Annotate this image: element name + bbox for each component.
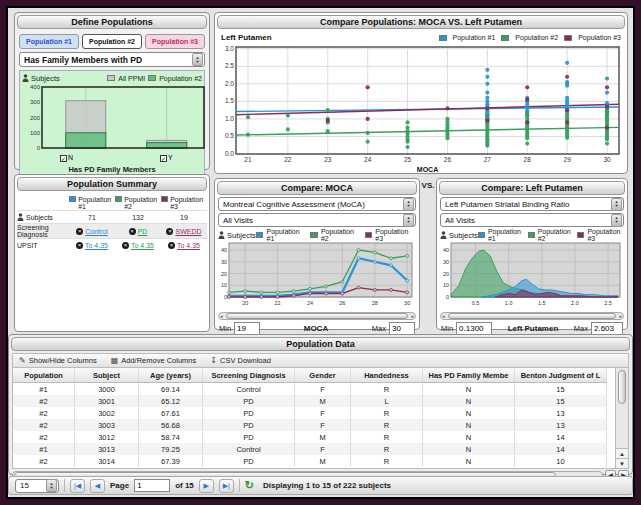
first-page-button[interactable]: |◀ bbox=[70, 479, 85, 493]
scatter-legend: Population #1 Population #2 Population #… bbox=[439, 34, 621, 41]
slider-thumb[interactable] bbox=[448, 313, 616, 319]
table-cell: R bbox=[351, 419, 423, 431]
remove-filter-control[interactable]: ×Control bbox=[76, 228, 108, 235]
compare-putamen-header: Compare: Left Putamen bbox=[439, 181, 625, 195]
svg-text:20: 20 bbox=[242, 300, 248, 306]
moca-measure-dropdown[interactable]: Montreal Cognitive Assessment (MoCA) ▲▼ bbox=[218, 197, 416, 211]
summary-column-headers: Population #1 Population #2 Population #… bbox=[17, 194, 207, 210]
define-populations-header: Define Populations bbox=[17, 15, 207, 29]
table-row[interactable]: #1301379.25ControlFRN141 bbox=[13, 443, 607, 455]
pop3-swatch bbox=[577, 232, 584, 238]
next-page-button[interactable]: ▶ bbox=[199, 479, 214, 493]
table-cell: N bbox=[423, 395, 515, 407]
vs-label: VS. bbox=[420, 178, 436, 330]
remove-filter-upsit-1[interactable]: ×To 4.35 bbox=[76, 242, 108, 249]
table-cell: 79.25 bbox=[139, 443, 203, 455]
table-cell: 14 bbox=[515, 443, 607, 455]
show-hide-columns-button[interactable]: ✎Show/Hide Columns bbox=[19, 356, 97, 365]
moca-visits-dropdown[interactable]: All Visits ▲▼ bbox=[218, 213, 416, 227]
scroll-up-icon[interactable]: ▲ bbox=[616, 448, 628, 458]
person-icon bbox=[440, 231, 447, 239]
svg-text:2.0: 2.0 bbox=[571, 300, 579, 306]
remove-filter-upsit-3[interactable]: ×To 4.35 bbox=[168, 242, 200, 249]
svg-text:24: 24 bbox=[364, 156, 372, 163]
putamen-range-slider[interactable]: ◂▸ bbox=[440, 312, 624, 320]
moca-measure-value: Montreal Cognitive Assessment (MoCA) bbox=[223, 200, 403, 209]
moca-range-slider[interactable]: ◂▸ bbox=[218, 312, 416, 320]
column-header[interactable]: Benton Judgment of L bbox=[515, 368, 607, 382]
table-cell: N bbox=[423, 443, 515, 455]
svg-text:26: 26 bbox=[444, 156, 452, 163]
stepper-icon: ▲▼ bbox=[611, 214, 622, 227]
refresh-icon[interactable]: ↻ bbox=[245, 479, 254, 492]
tab-population-3[interactable]: Population #3 bbox=[145, 34, 205, 49]
stepper-icon: ▲▼ bbox=[192, 53, 203, 66]
vertical-scrollbar-thumb[interactable] bbox=[618, 370, 626, 404]
column-header[interactable]: Population bbox=[13, 368, 75, 382]
add-remove-columns-button[interactable]: ▦Add/Remove Columns bbox=[111, 356, 197, 365]
table-cell: M bbox=[295, 455, 351, 467]
table-cell: 3012 bbox=[75, 431, 139, 443]
table-row[interactable]: #2301258.74PDMRN144 bbox=[13, 431, 607, 443]
column-header[interactable]: Handedness bbox=[351, 368, 423, 382]
bar-chart-legend: All PPMI Population #2 bbox=[107, 75, 202, 82]
table-row[interactable]: #2300165.12PDMLN150 bbox=[13, 395, 607, 407]
remove-icon: × bbox=[122, 242, 129, 249]
person-icon bbox=[17, 213, 24, 221]
tab-population-1[interactable]: Population #1 bbox=[19, 34, 79, 49]
column-header[interactable]: Has PD Family Membe bbox=[423, 368, 515, 382]
slider-right-cap-icon: ▸ bbox=[619, 312, 622, 320]
column-header[interactable]: Screening Diagnosis bbox=[203, 368, 295, 382]
page-label: Page bbox=[110, 481, 129, 490]
svg-text:30: 30 bbox=[603, 156, 611, 163]
remove-filter-swedd[interactable]: ×SWEDD bbox=[166, 228, 201, 235]
table-cell: #1 bbox=[13, 383, 75, 395]
subjects-axis-label: Subjects bbox=[22, 74, 60, 83]
table-row[interactable]: #2300267.61PDFRN132 bbox=[13, 407, 607, 419]
population-summary-header: Population Summary bbox=[17, 177, 207, 191]
summary-subjects-row: Subjects 71 132 19 bbox=[17, 210, 207, 223]
max-label: Max bbox=[574, 324, 588, 333]
putamen-measure-dropdown[interactable]: Left Putamen Striatal Binding Ratio ▲▼ bbox=[440, 197, 624, 211]
table-row[interactable]: #1300069.14ControlFRN153 bbox=[13, 383, 607, 395]
remove-filter-pd[interactable]: ×PD bbox=[129, 228, 148, 235]
checkbox-y[interactable]: ✓Y bbox=[160, 154, 173, 162]
putamen-measure-value: Left Putamen Striatal Binding Ratio bbox=[445, 200, 611, 209]
column-header[interactable]: Age (years) bbox=[139, 368, 203, 382]
vertical-scrollbar[interactable]: ▲ ▼ bbox=[615, 368, 628, 468]
table-cell: PD bbox=[203, 431, 295, 443]
population-data-table: PopulationSubjectAge (years)Screening Di… bbox=[12, 368, 629, 469]
table-row[interactable]: #2300356.68PDFRN131 bbox=[13, 419, 607, 431]
table-cell: N bbox=[423, 455, 515, 467]
min-label: Min bbox=[441, 324, 453, 333]
app-inner-border: Define Populations Population #1 Populat… bbox=[6, 6, 635, 499]
svg-text:28: 28 bbox=[524, 156, 532, 163]
table-cell: Control bbox=[203, 383, 295, 395]
column-header[interactable]: Gender bbox=[295, 368, 351, 382]
max-label: Max bbox=[372, 324, 386, 333]
moca-hist-legend: Population #1 Population #2 Population #… bbox=[256, 228, 416, 242]
checkbox-n[interactable]: ✓N bbox=[60, 154, 73, 162]
slider-thumb[interactable] bbox=[226, 313, 408, 319]
table-row[interactable]: #2301467.39PDMRN100 bbox=[13, 455, 607, 467]
table-cell: 58.74 bbox=[139, 431, 203, 443]
remove-filter-upsit-2[interactable]: ×To 4.35 bbox=[122, 242, 154, 249]
svg-text:3.0: 3.0 bbox=[225, 45, 234, 52]
page-number-input[interactable] bbox=[134, 479, 170, 492]
csv-download-button[interactable]: ↧CSV Download bbox=[210, 356, 271, 365]
putamen-visits-dropdown[interactable]: All Visits ▲▼ bbox=[440, 213, 624, 227]
summary-upsit-row: UPSIT ×To 4.35 ×To 4.35 ×To 4.35 bbox=[17, 238, 207, 251]
scroll-down-icon[interactable]: ▼ bbox=[616, 458, 628, 468]
variable-dropdown[interactable]: Has Family Members with PD ▲▼ bbox=[19, 52, 205, 67]
previous-page-button[interactable]: ◀ bbox=[90, 479, 105, 493]
svg-text:MOCA: MOCA bbox=[417, 166, 438, 173]
page-size-dropdown[interactable]: 15 ▲▼ bbox=[15, 479, 59, 493]
table-cell: 67.61 bbox=[139, 407, 203, 419]
svg-text:10: 10 bbox=[443, 282, 449, 288]
min-label: Min bbox=[219, 324, 231, 333]
tab-population-2[interactable]: Population #2 bbox=[82, 34, 142, 49]
pop2-swatch bbox=[310, 232, 318, 238]
last-page-button[interactable]: ▶| bbox=[219, 479, 234, 493]
column-header[interactable]: Subject bbox=[75, 368, 139, 382]
table-cell: 3000 bbox=[75, 383, 139, 395]
